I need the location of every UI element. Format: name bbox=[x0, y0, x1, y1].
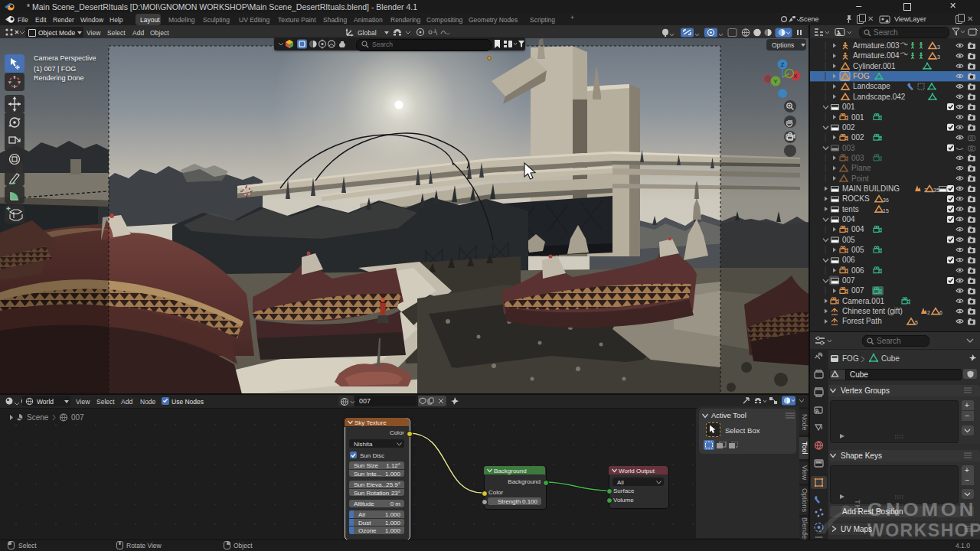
svg-text:002: 002 bbox=[851, 133, 864, 142]
svg-text:6: 6 bbox=[939, 310, 942, 315]
svg-text:004: 004 bbox=[851, 225, 864, 233]
svg-text:007: 007 bbox=[842, 276, 855, 285]
svg-text:Chinese tent (gift): Chinese tent (gift) bbox=[842, 307, 903, 315]
svg-text:Point: Point bbox=[851, 174, 869, 183]
svg-text:001: 001 bbox=[851, 113, 864, 122]
svg-text:003: 003 bbox=[842, 144, 855, 152]
svg-text:36: 36 bbox=[883, 197, 889, 203]
svg-text:tents: tents bbox=[842, 205, 859, 214]
svg-text:Landscape.042: Landscape.042 bbox=[853, 93, 906, 101]
svg-text:Landscape: Landscape bbox=[853, 82, 890, 90]
svg-text:007: 007 bbox=[851, 286, 864, 295]
svg-text:MAIN BUILDING: MAIN BUILDING bbox=[842, 184, 900, 193]
svg-text:15: 15 bbox=[883, 208, 889, 214]
svg-text:Z: Z bbox=[781, 61, 785, 68]
svg-text:002: 002 bbox=[842, 123, 855, 132]
svg-text:Y: Y bbox=[773, 78, 778, 85]
svg-text:003: 003 bbox=[851, 154, 864, 162]
svg-text:3: 3 bbox=[937, 44, 940, 50]
svg-text:2: 2 bbox=[927, 310, 930, 315]
svg-text:005: 005 bbox=[851, 246, 864, 254]
svg-text:FOG: FOG bbox=[853, 72, 870, 80]
svg-text:005: 005 bbox=[842, 236, 855, 244]
svg-text:006: 006 bbox=[851, 266, 864, 275]
svg-text:5: 5 bbox=[915, 320, 918, 325]
svg-text:Armature.003: Armature.003 bbox=[853, 41, 900, 50]
svg-text:3: 3 bbox=[937, 54, 940, 60]
svg-text:35: 35 bbox=[933, 187, 939, 193]
svg-text:Forest Path: Forest Path bbox=[842, 317, 882, 325]
svg-text:Camera.001: Camera.001 bbox=[842, 297, 884, 305]
svg-text:006: 006 bbox=[842, 256, 855, 264]
svg-text:ROCKS: ROCKS bbox=[842, 194, 870, 203]
svg-text:Armature.004: Armature.004 bbox=[853, 51, 900, 60]
svg-text:Cylinder.001: Cylinder.001 bbox=[853, 62, 896, 70]
svg-text:001: 001 bbox=[842, 103, 855, 111]
svg-text:004: 004 bbox=[842, 215, 855, 223]
svg-text:Plane: Plane bbox=[851, 164, 871, 172]
